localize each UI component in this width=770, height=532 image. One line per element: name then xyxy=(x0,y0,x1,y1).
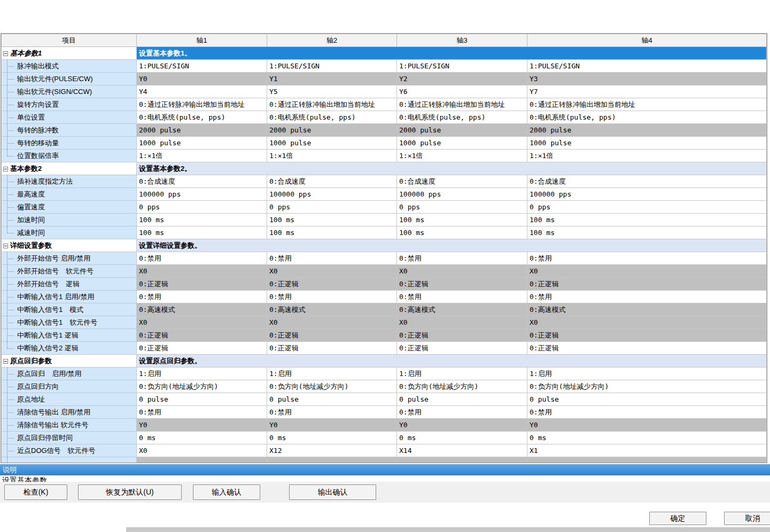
collapse-minus-icon[interactable] xyxy=(3,244,8,248)
value-cell-axis2[interactable]: 2000 pulse xyxy=(267,124,397,137)
value-cell-axis4[interactable]: 0:正逻辑 xyxy=(527,329,767,342)
value-cell-axis3[interactable]: 0 pulse xyxy=(397,393,527,406)
parameter-item-label[interactable]: 原点回归方向 xyxy=(2,380,137,393)
section-title-cell[interactable]: 设置基本参数1。 xyxy=(137,47,767,60)
value-cell-axis2[interactable]: 0:禁用 xyxy=(267,252,397,265)
value-cell-axis3[interactable]: 0:通过正转脉冲输出增加当前地址 xyxy=(397,98,527,111)
value-cell-axis2[interactable]: 0 ms xyxy=(267,432,397,444)
value-cell-axis1[interactable]: 2000 pulse xyxy=(137,124,267,137)
value-cell-axis2[interactable]: 1000 pulse xyxy=(267,137,397,150)
value-cell-axis3[interactable]: Y6 xyxy=(397,85,527,98)
value-cell-axis3[interactable]: 1000 pulse xyxy=(397,137,527,150)
value-cell-axis1[interactable]: Y0 xyxy=(137,73,267,85)
value-cell-axis1[interactable]: X0 xyxy=(137,444,267,457)
parameter-item-label[interactable]: 清除信号输出 软元件号 xyxy=(2,419,137,432)
value-cell-axis3[interactable]: 100 ms xyxy=(397,226,527,239)
value-cell-axis2[interactable] xyxy=(267,457,397,464)
parameter-item-label[interactable]: 中断输入信号1 软元件号 xyxy=(2,316,137,329)
value-cell-axis4[interactable]: Y7 xyxy=(527,85,767,98)
parameter-item-label[interactable]: 中断输入信号1 逻辑 xyxy=(2,329,137,342)
value-cell-axis4[interactable]: 0:负方向(地址减少方向) xyxy=(527,380,767,393)
value-cell-axis4[interactable]: 0:正逻辑 xyxy=(527,278,767,291)
parameter-item-label[interactable]: 外部开始信号 启用/禁用 xyxy=(2,252,137,265)
value-cell-axis2[interactable]: 1:×1倍 xyxy=(267,150,397,162)
value-cell-axis4[interactable]: Y3 xyxy=(527,73,767,85)
parameter-item-label[interactable]: 旋转方向设置 xyxy=(2,98,137,111)
value-cell-axis2[interactable]: Y1 xyxy=(267,73,397,85)
parameter-item-label[interactable]: 减速时间 xyxy=(2,226,137,239)
value-cell-axis2[interactable]: 0:高速模式 xyxy=(267,303,397,316)
value-cell-axis3[interactable]: 0:负方向(地址减少方向) xyxy=(397,380,527,393)
value-cell-axis3[interactable]: 0:正逻辑 xyxy=(397,278,527,291)
section-title-cell[interactable]: 设置基本参数2。 xyxy=(137,162,767,175)
value-cell-axis3[interactable]: 2000 pulse xyxy=(397,124,527,137)
value-cell-axis2[interactable]: 100 ms xyxy=(267,214,397,226)
value-cell-axis3[interactable]: 0 ms xyxy=(397,432,527,444)
collapse-minus-icon[interactable] xyxy=(3,359,8,364)
value-cell-axis3[interactable] xyxy=(397,457,527,464)
value-cell-axis4[interactable]: 0:电机系统(pulse, pps) xyxy=(527,111,767,124)
value-cell-axis4[interactable]: X0 xyxy=(527,316,767,329)
value-cell-axis4[interactable] xyxy=(527,457,767,464)
value-cell-axis4[interactable]: 1:PULSE/SIGN xyxy=(527,60,767,73)
value-cell-axis3[interactable]: X0 xyxy=(397,316,527,329)
value-cell-axis4[interactable]: 0:禁用 xyxy=(527,406,767,419)
value-cell-axis1[interactable]: 0:正逻辑 xyxy=(137,278,267,291)
value-cell-axis4[interactable]: 1:×1倍 xyxy=(527,150,767,162)
value-cell-axis2[interactable]: 0:正逻辑 xyxy=(267,329,397,342)
tree-group-node[interactable]: 基本参数2 xyxy=(2,162,137,175)
value-cell-axis2[interactable]: 0:正逻辑 xyxy=(267,342,397,355)
value-cell-axis4[interactable]: 0 pps xyxy=(527,201,767,214)
value-cell-axis3[interactable]: 100000 pps xyxy=(397,188,527,201)
parameter-item-label[interactable]: 近点DOG信号 软元件号 xyxy=(2,444,137,457)
value-cell-axis2[interactable]: X0 xyxy=(267,316,397,329)
tree-group-node[interactable]: 基本参数1 xyxy=(2,47,137,60)
value-cell-axis4[interactable]: 0 ms xyxy=(527,432,767,444)
value-cell-axis1[interactable]: 0:禁用 xyxy=(137,291,267,303)
value-cell-axis1[interactable]: 0:合成速度 xyxy=(137,175,267,188)
value-cell-axis1[interactable]: 0:电机系统(pulse, pps) xyxy=(137,111,267,124)
parameter-item-label[interactable]: 偏置速度 xyxy=(2,201,137,214)
value-cell-axis1[interactable]: 0 pulse xyxy=(137,393,267,406)
value-cell-axis3[interactable]: 100 ms xyxy=(397,214,527,226)
parameter-item-label[interactable]: 最高速度 xyxy=(2,188,137,201)
value-cell-axis2[interactable]: 0 pps xyxy=(267,201,397,214)
value-cell-axis3[interactable]: Y0 xyxy=(397,419,527,432)
value-cell-axis1[interactable]: Y0 xyxy=(137,419,267,432)
value-cell-axis2[interactable]: 100 ms xyxy=(267,226,397,239)
value-cell-axis3[interactable]: X14 xyxy=(397,444,527,457)
parameter-item-label[interactable]: 外部开始信号 逻辑 xyxy=(2,278,137,291)
value-cell-axis1[interactable]: 0:禁用 xyxy=(137,252,267,265)
value-cell-axis4[interactable]: 0:正逻辑 xyxy=(527,342,767,355)
parameter-item-label[interactable]: 加速时间 xyxy=(2,214,137,226)
value-cell-axis2[interactable]: 0:电机系统(pulse, pps) xyxy=(267,111,397,124)
value-cell-axis3[interactable]: 0 pps xyxy=(397,201,527,214)
parameter-item-label[interactable]: 清除信号输出 启用/禁用 xyxy=(2,406,137,419)
value-cell-axis2[interactable]: Y5 xyxy=(267,85,397,98)
value-cell-axis3[interactable]: 0:高速模式 xyxy=(397,303,527,316)
value-cell-axis3[interactable]: 0:电机系统(pulse, pps) xyxy=(397,111,527,124)
value-cell-axis3[interactable]: 0:合成速度 xyxy=(397,175,527,188)
value-cell-axis3[interactable]: 0:正逻辑 xyxy=(397,342,527,355)
value-cell-axis1[interactable]: 0:禁用 xyxy=(137,406,267,419)
value-cell-axis4[interactable]: Y0 xyxy=(527,419,767,432)
value-cell-axis1[interactable]: 0:高速模式 xyxy=(137,303,267,316)
value-cell-axis4[interactable]: 100000 pps xyxy=(527,188,767,201)
input-confirm-button[interactable]: 输入确认 xyxy=(193,484,260,500)
parameter-item-label[interactable]: 外部开始信号 软元件号 xyxy=(2,265,137,278)
value-cell-axis2[interactable]: 0:正逻辑 xyxy=(267,278,397,291)
parameter-item-label[interactable]: 原点回归 启用/禁用 xyxy=(2,367,137,380)
value-cell-axis4[interactable]: 0 pulse xyxy=(527,393,767,406)
value-cell-axis3[interactable]: Y2 xyxy=(397,73,527,85)
value-cell-axis1[interactable]: X0 xyxy=(137,265,267,278)
parameter-item-label[interactable]: 单位设置 xyxy=(2,111,137,124)
value-cell-axis2[interactable]: 100000 pps xyxy=(267,188,397,201)
value-cell-axis4[interactable]: X1 xyxy=(527,444,767,457)
cancel-button[interactable]: 取消 xyxy=(724,512,770,525)
value-cell-axis2[interactable]: X0 xyxy=(267,265,397,278)
section-title-cell[interactable]: 设置原点回归参数。 xyxy=(137,355,767,367)
parameter-item-label[interactable]: 输出软元件(PULSE/CW) xyxy=(2,73,137,85)
output-confirm-button[interactable]: 输出确认 xyxy=(289,484,376,500)
value-cell-axis4[interactable]: X0 xyxy=(527,265,767,278)
value-cell-axis1[interactable]: 100000 pps xyxy=(137,188,267,201)
